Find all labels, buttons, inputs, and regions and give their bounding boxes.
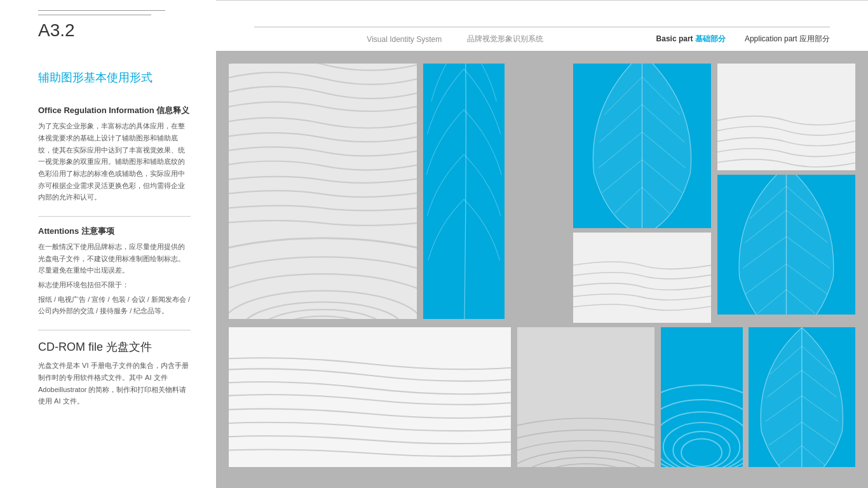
svg-point-3	[229, 291, 417, 319]
card-leaf-blue-tall	[423, 64, 505, 319]
block2-text3: 报纸 / 电视广告 / 宣传 / 包装 / 会议 / 新闻发布会 / 公司内外部…	[38, 294, 191, 317]
divider-1	[38, 216, 191, 217]
header-title-zh: 品牌视觉形象识别系统	[467, 34, 543, 44]
svg-point-5	[260, 309, 386, 319]
section-title: 辅助图形基本使用形式	[38, 70, 191, 86]
header-nav: Basic part 基础部分 Application part 应用部分	[656, 27, 830, 44]
svg-point-14	[535, 464, 637, 468]
card-white-horizontal-bottom-left	[229, 327, 511, 467]
block3-text: 光盘文件是本 VI 手册电子文件的集合，内含手册制作时的专用软件格式文件。其中 …	[38, 360, 191, 407]
svg-point-2	[229, 274, 417, 319]
block1-text: 为了充实企业形象，丰富标志的具体应用，在整体视觉要求的基础上设计了辅助图形和辅助…	[38, 120, 191, 203]
block3-title: CD-ROM file 光盘文件	[38, 339, 191, 355]
header: A3.2 Visual Identity System 品牌视觉形象识别系统 B…	[0, 0, 868, 51]
info-block-1: Office Regulation Information 信息释义 为了充实企…	[38, 105, 191, 203]
page-number: A3.2	[38, 15, 151, 41]
svg-point-6	[276, 316, 370, 319]
card-tree-ring-white	[229, 64, 417, 319]
block1-title: Office Regulation Information 信息释义	[38, 105, 191, 116]
svg-point-10	[517, 430, 655, 467]
svg-point-0	[229, 238, 417, 319]
svg-point-20	[661, 400, 742, 467]
card-blue-leaf-top	[573, 64, 711, 228]
nav-basic[interactable]: Basic part 基础部分	[656, 34, 726, 44]
info-block-3: CD-ROM file 光盘文件 光盘文件是本 VI 手册电子文件的集合，内含手…	[38, 339, 191, 407]
header-title-en: Visual Identity System	[367, 35, 442, 44]
svg-point-21	[661, 412, 742, 467]
card-blue-leaf-mid-right	[717, 175, 855, 315]
card-blue-leaf-bottom-right	[749, 327, 855, 467]
card-white-top-right	[717, 64, 855, 170]
svg-point-9	[517, 418, 655, 467]
block2-title: Attentions 注意事项	[38, 226, 191, 237]
card-blue-small-bottom-right	[661, 327, 742, 467]
header-center: Visual Identity System 品牌视觉形象识别系统	[254, 27, 656, 44]
header-divider	[216, 0, 868, 1]
left-top-divider	[38, 10, 165, 11]
divider-2	[38, 330, 191, 330]
cards-container	[229, 64, 855, 475]
nav-application[interactable]: Application part 应用部分	[745, 34, 830, 44]
card-tree-ring-bottom-mid	[517, 327, 655, 467]
left-panel: 辅助图形基本使用形式 Office Regulation Information…	[0, 51, 216, 488]
block2-text2: 标志使用环境包括但不限于：	[38, 279, 191, 291]
card-white-mid-col3	[573, 233, 711, 323]
header-left: A3.2	[38, 10, 254, 41]
svg-point-13	[521, 458, 651, 467]
svg-point-24	[681, 438, 722, 466]
block2-text1: 在一般情况下使用品牌标志，应尽量使用提供的光盘电子文件，不建议使用标准制图绘制标…	[38, 241, 191, 276]
info-block-2: Attentions 注意事项 在一般情况下使用品牌标志，应尽量使用提供的光盘电…	[38, 226, 191, 317]
svg-point-19	[661, 385, 742, 467]
main-content: 辅助图形基本使用形式 Office Regulation Information…	[0, 51, 868, 488]
right-panel	[216, 51, 868, 488]
